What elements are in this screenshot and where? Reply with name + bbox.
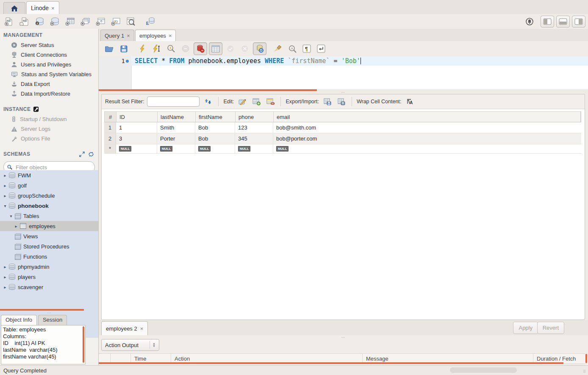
create-view-icon[interactable] [79,16,92,28]
beautify-icon[interactable] [272,43,284,55]
tab-session[interactable]: Session [38,315,67,325]
edit-record-icon[interactable] [237,97,248,107]
column-header[interactable]: email [274,112,581,122]
create-procedure-icon[interactable] [94,16,107,28]
toggle-output-area-icon[interactable] [556,16,570,28]
tree-item-schema[interactable]: ▸phpmyadmin [0,262,98,272]
tab-object-info[interactable]: Object Info [1,315,37,325]
toggle-left-sidebar-icon[interactable] [541,16,554,28]
table-row[interactable]: 2 3 Porter Bob 345 bob@porter.com [104,133,581,144]
refresh-schemas-icon[interactable] [88,152,94,157]
tree-item-stored-procedures[interactable]: Stored Procedures [0,241,98,251]
tab-employees-2[interactable]: employees 2 × [101,321,148,335]
open-script-icon[interactable] [103,43,116,55]
home-tab[interactable] [3,2,25,14]
sidebar-item-users-privileges[interactable]: Users and Privileges [0,60,98,69]
chevron-down-icon[interactable]: ▾ [8,214,14,218]
table-row[interactable]: 1 1 Smith Bob 123 bob@smith.com [104,122,581,133]
add-record-icon[interactable] [251,97,262,107]
tree-item-schema[interactable]: ▸groupSchedule [0,190,98,201]
schema-filter-input[interactable] [15,164,91,171]
toggle-right-sidebar-icon[interactable] [572,16,585,28]
tree-item-schema[interactable]: ▸players [0,272,98,282]
connection-tab[interactable]: Linode × [26,1,59,14]
show-invisibles-icon[interactable]: ¶ [300,43,313,55]
column-header[interactable]: ID [116,112,158,122]
sql-statement-line[interactable]: SELECT * FROM phonebook.employees WHERE … [131,56,588,66]
sidebar-item-server-status[interactable]: Server Status [0,40,98,50]
schema-inspector-icon[interactable]: i [33,16,46,28]
new-sql-tab-icon[interactable]: SQL [3,16,15,28]
limit-rows-icon[interactable] [209,42,222,55]
output-selector[interactable]: Action Output ▲▼ [101,339,159,351]
column-header[interactable]: firstName [196,112,236,122]
sidebar-item-data-import[interactable]: Data Import/Restore [0,89,98,99]
tree-item-tables[interactable]: ▾Tables [0,211,98,221]
column-header[interactable]: # [105,112,116,122]
execute-current-icon[interactable] [150,43,163,55]
apply-button[interactable]: Apply [513,322,538,334]
resize-grip[interactable]: ⠿ [583,369,586,374]
toggle-autocommit-icon[interactable] [253,42,266,55]
expand-schemas-icon[interactable] [79,152,85,157]
output-scrollbar[interactable] [585,354,587,363]
delete-record-icon[interactable] [265,97,276,107]
chevron-right-icon[interactable]: ▸ [3,275,8,279]
chevron-right-icon[interactable]: ▸ [3,183,8,188]
tree-item-table-employees[interactable]: ▸employees [0,221,98,231]
close-icon[interactable]: × [50,5,55,11]
new-row-placeholder[interactable]: * NULL NULL NULL NULL NULL [104,144,581,154]
chevron-right-icon[interactable]: ▸ [3,265,8,269]
revert-button[interactable]: Revert [537,322,564,334]
sidebar-item-server-logs[interactable]: Server Logs [0,124,98,134]
create-function-icon[interactable]: f() [109,16,122,28]
sidebar-item-system-variables[interactable]: Status and System Variables [0,69,98,79]
sidebar-splitter-handle[interactable]: ⋯ [0,311,99,315]
rollback-icon[interactable] [239,43,251,55]
column-header[interactable]: phone [236,112,274,122]
tree-item-functions[interactable]: Functions [0,251,98,262]
tree-item-schema[interactable]: ▸golf [0,180,98,190]
toggle-wrap-icon[interactable] [315,43,327,55]
sidebar-item-data-export[interactable]: Data Export [0,79,98,89]
reconnect-database-icon[interactable] [144,16,157,28]
import-records-icon[interactable] [336,97,347,107]
chevron-right-icon[interactable]: ▸ [14,224,19,229]
sidebar-item-startup-shutdown[interactable]: Startup / Shutdown [0,114,98,124]
column-header[interactable]: lastName [158,112,196,122]
sidebar-item-options-file[interactable]: Options File [0,134,98,143]
create-table-icon[interactable] [64,16,76,28]
stop-icon[interactable] [179,43,192,55]
refresh-resultset-icon[interactable] [202,97,214,107]
tree-item-schema[interactable]: ▸scavenger [0,282,98,292]
tree-item-schema[interactable]: ▸FWM [0,170,98,180]
result-filter-input[interactable] [147,97,200,107]
execute-icon[interactable] [136,43,149,55]
wrap-cell-content-icon[interactable]: A [404,97,415,107]
explain-icon[interactable] [165,43,178,55]
find-icon[interactable]: A [286,43,299,55]
close-icon[interactable]: × [139,325,144,332]
search-table-data-icon[interactable] [125,16,137,28]
close-icon[interactable]: × [126,33,130,39]
export-recordset-icon[interactable] [322,97,333,107]
object-info-scrollbar[interactable] [83,326,84,363]
output-splitter-handle[interactable]: ⋯ [99,335,588,339]
toggle-stop-on-error-icon[interactable] [194,42,207,55]
tree-item-schema-phonebook[interactable]: ▾phonebook [0,201,98,211]
open-sql-script-icon[interactable]: SQL [18,16,31,28]
chevron-down-icon[interactable]: ▾ [3,204,8,208]
commit-icon[interactable] [224,43,237,55]
tab-employees[interactable]: employees × [135,30,176,41]
save-script-icon[interactable] [117,43,130,55]
chevron-right-icon[interactable]: ▸ [3,193,8,198]
close-icon[interactable]: × [168,33,172,39]
create-schema-icon[interactable] [48,16,61,28]
chevron-right-icon[interactable]: ▸ [3,173,8,178]
chevron-right-icon[interactable]: ▸ [3,285,8,290]
notification-icon[interactable] [523,16,536,28]
sidebar-item-client-connections[interactable]: Client Connections [0,50,98,60]
tab-query-1[interactable]: Query 1 × [100,30,134,41]
sql-editor[interactable]: 1 SELECT * FROM phonebook.employees WHER… [99,56,588,89]
horizontal-scrollbar-thumb[interactable] [450,367,517,373]
